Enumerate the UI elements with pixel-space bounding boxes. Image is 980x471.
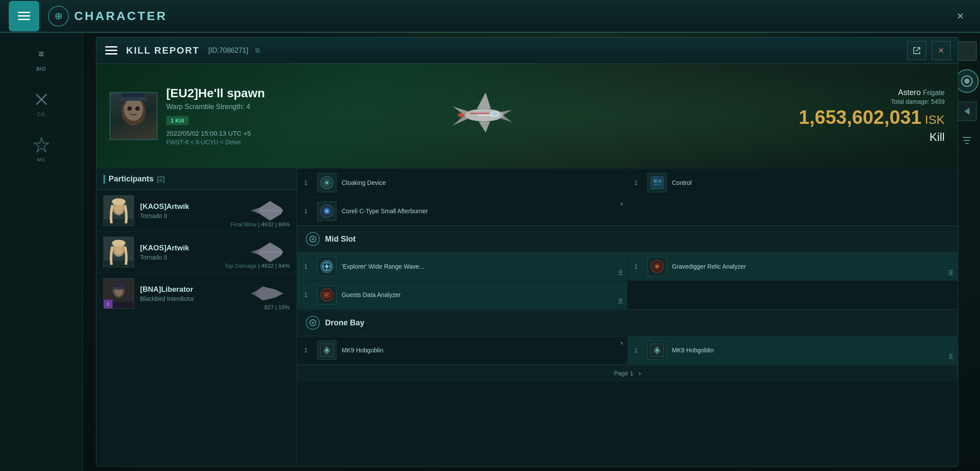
modal-menu-button[interactable] xyxy=(103,43,119,58)
sidebar-item-combat[interactable]: Co xyxy=(31,89,52,117)
svg-point-88 xyxy=(964,78,970,84)
participant-info-1: [KAOS]Artwik Tornado II xyxy=(140,202,250,219)
modal-close-button[interactable]: × xyxy=(932,41,951,60)
svg-point-4 xyxy=(124,98,143,121)
participant-ship-1: Tornado II xyxy=(140,212,250,219)
ship-visual xyxy=(432,72,536,160)
fitting-item-guests[interactable]: 1 Guests Data Analyzer xyxy=(297,281,627,309)
fitting-close-hobgoblin-1[interactable]: × xyxy=(620,340,624,347)
svg-rect-72 xyxy=(323,292,330,297)
svg-marker-89 xyxy=(964,108,970,115)
page-nav: Page 1 › xyxy=(297,365,958,382)
fitting-name-explorer: 'Explorer' Wide Range Wave... xyxy=(342,263,424,270)
svg-marker-10 xyxy=(477,92,491,109)
right-square-button[interactable] xyxy=(957,41,977,61)
kill-body: Participants [2] xyxy=(96,168,958,466)
drone-bay-title: Drone Bay xyxy=(325,318,364,328)
sidebar-item-medals[interactable]: Me xyxy=(31,134,52,162)
svg-rect-33 xyxy=(104,260,134,267)
fitting-qty: 1 xyxy=(304,179,313,186)
participant-item[interactable]: [KAOS]Artwik Tornado II Final Blow | 463… xyxy=(96,190,297,232)
fitting-item-hobgoblin-1[interactable]: 1 MK9 Hobgoblin × xyxy=(297,336,627,365)
svg-point-17 xyxy=(457,113,466,118)
ship-class: Astero Frigate xyxy=(798,88,945,97)
page-next-button[interactable]: › xyxy=(639,369,641,377)
drone-bay-grid: 1 MK9 Hobgoblin × xyxy=(297,336,958,365)
right-circle-button[interactable] xyxy=(955,69,979,93)
fitting-qty-guests: 1 xyxy=(304,291,313,298)
kill-hero: [EU2]He'll spawn Warp Scramble Strength:… xyxy=(96,64,958,168)
sidebar-item-medals-label: Me xyxy=(37,157,45,162)
kill-badge: 1 Kill xyxy=(166,116,188,125)
participants-count: [2] xyxy=(157,175,165,183)
kill-date: 2022/05/02 15:00:13 UTC +5 xyxy=(166,130,265,137)
participant-ship-img-3 xyxy=(250,283,285,304)
fitting-item-explorer[interactable]: 1 'Explorer' Wide Range Wave... xyxy=(297,253,627,281)
bio-icon: ≡ xyxy=(31,44,52,65)
fitting-item-control[interactable]: 1 Control xyxy=(627,169,958,197)
filter-button[interactable] xyxy=(956,130,978,151)
combat-icon xyxy=(31,89,52,110)
fitting-icon-explorer xyxy=(317,257,336,276)
pilot-warp: Warp Scramble Strength: 4 xyxy=(166,103,265,111)
topbar-close-button[interactable]: × xyxy=(949,5,971,27)
topbar: ⊕ CHARACTER × xyxy=(0,0,980,33)
participant-name-3: [BNA]Liberator xyxy=(140,285,250,294)
mid-slot-title: Mid Slot xyxy=(325,235,356,244)
fitting-item-empty2 xyxy=(627,281,958,309)
participants-title: Participants xyxy=(109,174,154,184)
copy-icon[interactable]: ⧉ xyxy=(255,47,260,54)
fitting-qty-gravedigger: 1 xyxy=(634,263,643,270)
fitting-item-hobgoblin-2[interactable]: 1 MK9 Hobgoblin xyxy=(627,336,958,365)
medals-icon xyxy=(31,134,52,155)
svg-point-70 xyxy=(949,270,952,273)
participant-name-1: [KAOS]Artwik xyxy=(140,202,250,211)
drone-bay-header: Drone Bay xyxy=(297,309,958,336)
fitting-qty-hobgoblin-2: 1 xyxy=(634,347,643,354)
svg-point-81 xyxy=(326,349,328,352)
fitting-item-afterburner[interactable]: 1 Coreli C-Type Small Afterburner × xyxy=(297,197,627,225)
svg-point-46 xyxy=(270,290,280,296)
svg-marker-2 xyxy=(34,138,48,152)
isk-value: 1,653,602,031 xyxy=(798,108,921,127)
fitting-qty-explorer: 1 xyxy=(304,263,313,270)
participant-stats-1: Final Blow | 4632 | 84% xyxy=(230,221,290,228)
svg-rect-53 xyxy=(654,184,661,185)
svg-marker-45 xyxy=(250,290,257,296)
participant-item-2[interactable]: [KAOS]Artwik Tornado II Top Damage | 463… xyxy=(96,232,297,273)
pilot-name: [EU2]He'll spawn xyxy=(166,86,265,100)
svg-rect-43 xyxy=(113,287,124,290)
svg-point-75 xyxy=(619,299,622,301)
right-back-button[interactable] xyxy=(957,102,977,121)
fitting-item-cloaking[interactable]: 1 Cloaking Device xyxy=(297,169,627,197)
external-link-button[interactable] xyxy=(907,41,926,60)
svg-rect-51 xyxy=(654,179,657,183)
kill-type-label: Kill xyxy=(798,130,945,144)
pilot-info: [EU2]He'll spawn Warp Scramble Strength:… xyxy=(166,86,265,146)
svg-point-85 xyxy=(656,349,658,352)
fitting-name-hobgoblin-2: MK9 Hobgoblin xyxy=(672,346,714,354)
fitting-name-gravedigger: Gravedigger Relic Analyzer xyxy=(672,263,746,270)
svg-rect-8 xyxy=(120,97,147,101)
participant-item-3[interactable]: I [BNA]Liberator Blackbird Interdictor xyxy=(96,273,297,314)
fitting-icon-cloaking xyxy=(317,173,336,192)
modal-hamburger-icon xyxy=(105,46,117,55)
participant-info-2: [KAOS]Artwik Tornado II xyxy=(140,244,250,261)
participant-stats-3: 827 | 15% xyxy=(264,304,290,311)
participant-info-3: [BNA]Liberator Blackbird Interdictor xyxy=(140,285,250,302)
fitting-item-gravedigger[interactable]: 1 Gravedigger Relic Analyzer xyxy=(627,253,958,281)
menu-button[interactable] xyxy=(9,1,39,31)
sidebar-item-bio[interactable]: ≡ Bio xyxy=(31,44,52,72)
fitting-icon-afterburner xyxy=(317,201,336,221)
fitting-qty-hobgoblin-1: 1 xyxy=(304,347,313,354)
participant-ship-img-2 xyxy=(250,241,285,263)
vitruvian-icon: ⊕ xyxy=(48,6,69,27)
rank-badge: I xyxy=(104,300,113,308)
mid-slot-icon xyxy=(306,232,320,246)
fitting-name-control: Control xyxy=(672,179,692,187)
fitting-close-afterburner[interactable]: × xyxy=(620,201,624,208)
fitting-icon-guests xyxy=(317,285,336,304)
pilot-avatar xyxy=(110,92,158,140)
participant-ship-img-1 xyxy=(250,200,285,222)
isk-label: ISK xyxy=(925,113,945,127)
